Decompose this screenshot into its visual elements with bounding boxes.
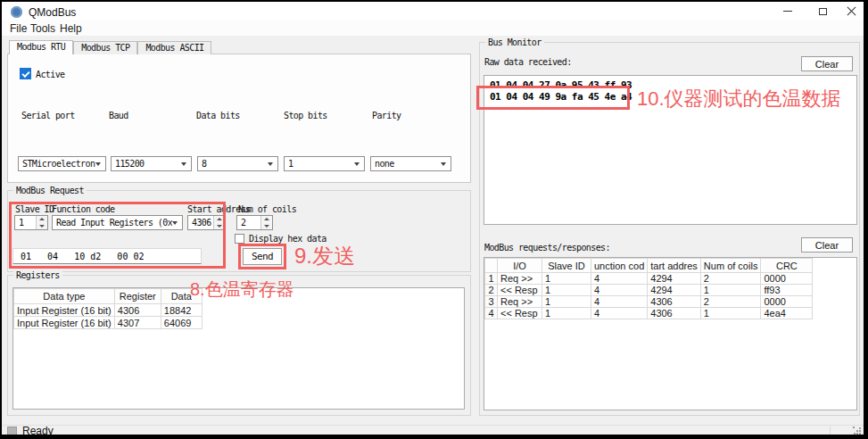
num-coils-spinner[interactable]: 2 <box>236 215 273 230</box>
table-cell: 1 <box>700 308 761 319</box>
table-cell: 2 <box>700 273 761 285</box>
table-cell: 1 <box>700 285 761 296</box>
spinner-down-icon[interactable] <box>214 223 225 230</box>
resize-grip-icon[interactable] <box>853 427 862 435</box>
app-icon <box>11 6 22 18</box>
minimize-icon <box>783 11 792 12</box>
column-header[interactable]: Data type <box>14 289 115 304</box>
menu-file[interactable]: File <box>7 21 29 36</box>
tab-modbus-tcp[interactable]: Modbus TCP <box>73 41 137 54</box>
table-cell: 2 <box>485 285 498 296</box>
table-cell: 3 <box>485 296 498 308</box>
spinner-down-icon[interactable] <box>37 223 47 230</box>
annotation-send-note: 9.发送 <box>294 242 355 270</box>
function-code-label: Function code <box>52 204 114 214</box>
menu-bar: File Tools Help <box>2 20 864 36</box>
registers-panel[interactable]: Data typeRegisterData Input Register (16… <box>12 287 465 410</box>
maximize-button[interactable] <box>809 2 836 21</box>
table-row[interactable]: Input Register (16 bit)430764069 <box>14 317 203 329</box>
requests-table-head: I/OSlave IDunction codtart addresNum of … <box>485 259 813 273</box>
table-cell: 4 <box>591 285 648 296</box>
column-header[interactable]: Num of coils <box>700 259 761 273</box>
table-cell: 4306 <box>648 296 701 308</box>
status-indicator <box>7 427 17 436</box>
table-cell: 2 <box>700 296 761 308</box>
table-cell: 0000 <box>761 296 813 308</box>
table-cell: 1 <box>485 273 498 285</box>
table-row[interactable]: 3Req >>14430620000 <box>485 296 813 308</box>
minimize-button[interactable] <box>774 2 801 21</box>
spinner-up-icon[interactable] <box>261 216 272 223</box>
table-cell: 4 <box>485 308 498 319</box>
table-cell: 4306 <box>114 304 161 317</box>
clear-requests-button[interactable]: Clear <box>801 237 853 253</box>
requests-responses-table: I/OSlave IDunction codtart addresNum of … <box>484 258 813 319</box>
num-coils-label: Num of coils <box>238 204 296 214</box>
stop-bits-label: Stop bits <box>284 111 327 120</box>
column-header[interactable]: I/O <box>498 259 542 273</box>
close-button[interactable] <box>838 2 864 21</box>
registers-table-head: Data typeRegisterData <box>14 289 203 304</box>
spinner-up-icon[interactable] <box>214 216 225 223</box>
table-cell: 4 <box>591 296 648 308</box>
menu-tools[interactable]: Tools <box>28 21 58 36</box>
annotation-raw-note: 10.仪器测试的色温数据 <box>637 86 841 112</box>
table-cell: 4ea4 <box>761 308 813 319</box>
column-header[interactable]: tart addres <box>648 259 701 273</box>
table-row[interactable]: Input Register (16 bit)430618842 <box>14 304 203 317</box>
tab-modbus-ascii[interactable]: Modbus ASCII <box>137 41 211 54</box>
table-cell: 1 <box>542 273 591 285</box>
spinner-up-icon[interactable] <box>37 216 47 223</box>
table-header-row: I/OSlave IDunction codtart addresNum of … <box>485 259 813 273</box>
status-text: Ready <box>22 425 54 437</box>
table-cell: Input Register (16 bit) <box>14 304 115 317</box>
stop-bits-select[interactable]: 1 <box>284 156 365 171</box>
table-row[interactable]: 1Req >>14429420000 <box>485 273 813 285</box>
close-icon <box>847 6 856 16</box>
requests-table-body: 1Req >>144294200002<< Resp1442941ff933Re… <box>485 273 813 319</box>
slave-id-label: Slave ID <box>15 204 54 214</box>
registers-table-body: Input Register (16 bit)430618842Input Re… <box>14 304 203 329</box>
status-bar <box>2 425 864 435</box>
table-cell: 18842 <box>161 304 202 317</box>
table-row[interactable]: 4<< Resp14430614ea4 <box>485 308 813 319</box>
column-header[interactable]: unction cod <box>591 259 648 273</box>
annotation-registers-note: 8.色温寄存器 <box>190 277 294 302</box>
request-hex-field[interactable]: 01 04 10 d2 00 02 <box>12 248 202 264</box>
active-checkbox[interactable] <box>20 68 31 79</box>
spinner-down-icon[interactable] <box>261 223 272 230</box>
baud-label: Baud <box>109 111 128 120</box>
table-cell: 4294 <box>648 273 701 285</box>
data-bits-select[interactable]: 8 <box>197 156 278 171</box>
start-address-spinner[interactable]: 4306 <box>187 215 226 230</box>
requests-responses-label: ModBus requests/responses: <box>484 243 610 253</box>
tab-bar: Modbus RTU Modbus TCP Modbus ASCII <box>9 41 211 54</box>
column-header[interactable]: Register <box>114 289 161 304</box>
window-title: QModBus <box>29 6 76 19</box>
slave-id-spinner[interactable]: 1 <box>14 215 48 230</box>
table-header-row: Data typeRegisterData <box>14 289 203 304</box>
parity-label: Parity <box>372 111 401 120</box>
column-header[interactable]: Slave ID <box>542 259 591 273</box>
table-cell: << Resp <box>498 285 542 296</box>
function-code-select[interactable]: Read Input Registers (0x04) <box>52 215 183 230</box>
tab-modbus-rtu[interactable]: Modbus RTU <box>9 40 73 54</box>
requests-panel[interactable]: I/OSlave IDunction codtart addresNum of … <box>484 257 857 410</box>
table-cell: 4307 <box>114 317 161 329</box>
table-cell: 4 <box>591 273 648 285</box>
send-button[interactable]: Send <box>243 248 282 265</box>
table-cell: ff93 <box>761 285 813 296</box>
column-header[interactable]: CRC <box>761 259 813 273</box>
parity-select[interactable]: none <box>370 156 451 171</box>
table-cell: 1 <box>542 308 591 319</box>
display-hex-checkbox[interactable] <box>235 234 244 244</box>
registers-group-label: Registers <box>13 270 62 280</box>
serial-port-select[interactable]: STMicroelectronics <box>18 156 106 171</box>
baud-select[interactable]: 115200 <box>111 156 192 171</box>
menu-help[interactable]: Help <box>57 21 85 36</box>
clear-raw-button[interactable]: Clear <box>801 56 853 71</box>
table-cell: Input Register (16 bit) <box>14 317 115 329</box>
column-header[interactable] <box>485 259 498 273</box>
chevron-down-icon <box>172 221 178 225</box>
table-row[interactable]: 2<< Resp1442941ff93 <box>485 285 813 296</box>
